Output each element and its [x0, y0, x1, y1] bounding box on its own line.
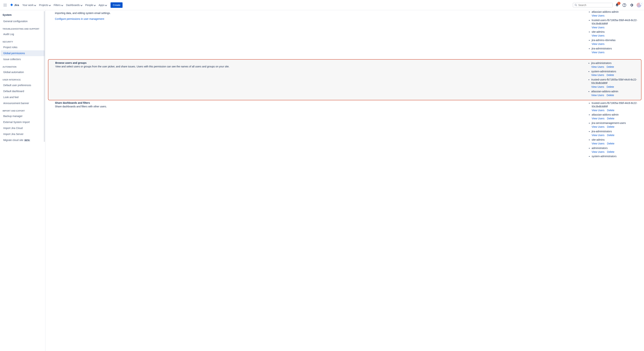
sidebar-item-issue-collectors[interactable]: Issue collectors [1, 56, 44, 62]
create-button[interactable]: Create [110, 2, 122, 8]
svg-point-1 [5, 4, 6, 4]
permission-description: View and select users or groups from the… [55, 65, 584, 68]
view-users-link[interactable]: View Users [592, 42, 604, 45]
group-actions: View UsersDelete [592, 117, 641, 120]
group-item: atlassian-addons-adminView Users [592, 10, 641, 17]
group-item: jira-administratorsView UsersDelete [591, 61, 641, 69]
sidebar-item-external-system-import[interactable]: External System Import [1, 119, 44, 125]
view-users-link[interactable]: View Users [592, 34, 604, 37]
search-icon [574, 4, 577, 6]
group-name: administrators [592, 146, 641, 150]
view-users-link[interactable]: View Users [592, 150, 604, 153]
permission-groups-col: trusted-users-fb71805a-55bf-44c6-8c22-93… [588, 101, 641, 158]
group-name: jira-administrators [592, 47, 641, 50]
sidebar-item-label: Backup manager [3, 115, 22, 118]
sidebar-item-project-roles[interactable]: Project roles [1, 44, 44, 50]
svg-point-5 [6, 5, 6, 5]
sidebar-item-label: Issue collectors [3, 58, 21, 61]
permission-title: Browse users and groups [55, 61, 584, 64]
sidebar: System General configurationTROUBLESHOOT… [0, 10, 46, 351]
delete-link[interactable]: Delete [607, 109, 614, 112]
sidebar-section-header: IMPORT AND EXPORT [0, 106, 45, 113]
group-list: jira-administratorsView UsersDeletesyste… [588, 61, 641, 97]
view-users-link[interactable]: View Users [592, 14, 604, 17]
group-name: atlassian-addons-admin [591, 90, 641, 93]
delete-link[interactable]: Delete [607, 117, 614, 120]
sidebar-item-audit-log[interactable]: Audit Log [1, 31, 44, 37]
group-item: atlassian-addons-adminView UsersDelete [591, 90, 641, 97]
sidebar-item-default-user-preferences[interactable]: Default user preferences [1, 82, 44, 88]
group-name: trusted-users-fb71805a-55bf-44c6-8c22-93… [591, 78, 641, 85]
notifications-icon[interactable]: 9 [614, 2, 620, 8]
svg-point-2 [6, 4, 6, 4]
delete-link[interactable]: Delete [607, 142, 614, 145]
group-item: jira-administratorsView Users [592, 47, 641, 54]
sidebar-item-general-configuration[interactable]: General configuration [1, 18, 44, 24]
delete-link[interactable]: Delete [607, 74, 614, 76]
nav-item-people[interactable]: People [84, 2, 97, 8]
svg-point-3 [4, 5, 4, 5]
view-users-link[interactable]: View Users [592, 117, 604, 120]
group-name: jira-admins-rdornelas [592, 38, 641, 42]
view-users-link[interactable]: View Users [591, 94, 604, 97]
sidebar-item-import-jira-server[interactable]: Import Jira Server [1, 131, 44, 137]
group-actions: View Users [592, 34, 641, 37]
sidebar-item-label: Default dashboard [3, 90, 24, 93]
group-actions: View UsersDelete [592, 109, 641, 112]
sidebar-section-header: AUTOMATION [0, 62, 45, 69]
sidebar-item-label: Global automation [3, 71, 24, 74]
delete-link[interactable]: Delete [607, 94, 614, 97]
delete-link[interactable]: Delete [607, 150, 614, 153]
group-item: trusted-users-fb71805a-55bf-44c6-8c22-93… [592, 18, 641, 29]
nav-item-dashboards[interactable]: Dashboards [64, 2, 84, 8]
sidebar-item-migrate-cloud-site[interactable]: Migrate cloud siteBETA [1, 137, 44, 143]
search-box[interactable] [573, 3, 613, 7]
help-icon[interactable] [622, 2, 627, 8]
sidebar-section-header: USER INTERFACE [0, 75, 45, 82]
configure-permissions-link[interactable]: Configure permissions in user management [55, 17, 104, 20]
nav-item-projects[interactable]: Projects [38, 2, 52, 8]
view-users-link[interactable]: View Users [592, 51, 604, 54]
view-users-link[interactable]: View Users [591, 74, 604, 76]
group-list: trusted-users-fb71805a-55bf-44c6-8c22-93… [588, 101, 641, 158]
search-input[interactable] [578, 4, 611, 6]
permission-description-col: importing data, and editing system email… [55, 10, 584, 55]
sidebar-item-global-automation[interactable]: Global automation [1, 69, 44, 75]
sidebar-item-look-and-feel[interactable]: Look and feel [1, 94, 44, 100]
group-actions: View Users [592, 26, 641, 29]
view-users-link[interactable]: View Users [591, 65, 604, 68]
sidebar-item-global-permissions[interactable]: Global permissions [1, 50, 44, 56]
sidebar-item-default-dashboard[interactable]: Default dashboard [1, 88, 44, 94]
view-users-link[interactable]: View Users [592, 142, 604, 145]
view-users-link[interactable]: View Users [592, 125, 604, 128]
sidebar-item-import-jira-cloud[interactable]: Import Jira Cloud [1, 125, 44, 131]
view-users-link[interactable]: View Users [592, 134, 604, 137]
delete-link[interactable]: Delete [607, 134, 614, 137]
sidebar-item-announcement-banner[interactable]: Announcement banner [1, 100, 44, 106]
delete-link[interactable]: Delete [607, 125, 614, 128]
view-users-link[interactable]: View Users [592, 26, 604, 29]
app-switcher-icon[interactable] [2, 2, 8, 8]
delete-link[interactable]: Delete [607, 85, 614, 88]
sidebar-item-backup-manager[interactable]: Backup manager [1, 113, 44, 119]
chevron-down-icon [49, 4, 51, 6]
permission-description-col: Share dashboards and filtersShare dashbo… [55, 101, 584, 158]
jira-logo[interactable]: Jira [9, 3, 20, 7]
product-name: Jira [14, 3, 19, 6]
profile-avatar[interactable]: ‹ [636, 2, 642, 8]
view-users-link[interactable]: View Users [591, 85, 604, 88]
nav-item-apps[interactable]: Apps [97, 2, 108, 8]
delete-link[interactable]: Delete [607, 65, 614, 68]
content-area: importing data, and editing system email… [46, 10, 644, 351]
settings-icon[interactable] [629, 2, 634, 8]
group-item: jira-admins-rdornelasView Users [592, 38, 641, 46]
sidebar-scrollbar[interactable] [44, 10, 45, 351]
group-item: trusted-users-fb71805a-55bf-44c6-8c22-93… [592, 101, 641, 112]
view-users-link[interactable]: View Users [592, 109, 604, 112]
nav-item-filters[interactable]: Filters [52, 2, 64, 8]
sidebar-item-label: Default user preferences [3, 84, 31, 87]
nav-item-your-work[interactable]: Your work [21, 2, 38, 8]
sidebar-item-label: General configuration [3, 20, 28, 23]
top-nav: Jira Your workProjectsFiltersDashboardsP… [0, 0, 644, 10]
group-actions: View UsersDelete [591, 85, 641, 89]
